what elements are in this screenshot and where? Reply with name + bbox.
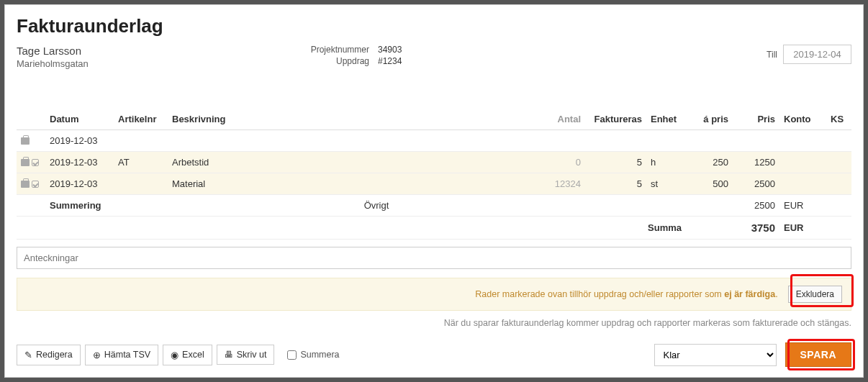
date-to-block: Till	[767, 45, 851, 64]
print-button[interactable]: Skriv ut	[217, 345, 275, 365]
download-tsv-button[interactable]: Hämta TSV	[85, 345, 158, 365]
ovrigt-currency: EUR	[779, 195, 826, 217]
col-datum: Datum	[45, 109, 114, 130]
col-faktureras: Faktureras	[585, 109, 646, 130]
date-to-input[interactable]	[783, 45, 851, 64]
warning-bar: Rader markerade ovan tillhör uppdrag och…	[17, 278, 851, 311]
header-row: Tage Larsson Marieholmsgatan Projektnumm…	[17, 45, 851, 69]
exclude-button[interactable]: Exkludera	[788, 286, 842, 303]
total-label: Summa	[648, 222, 682, 233]
col-artikelnr: Artikelnr	[114, 109, 168, 130]
print-icon	[225, 350, 233, 360]
excel-button[interactable]: Excel	[163, 345, 212, 365]
date-to-label: Till	[767, 50, 777, 60]
pencil-icon	[24, 350, 32, 360]
col-apris: á pris	[686, 109, 733, 130]
project-number-label: Projektnummer	[283, 45, 369, 55]
col-antal: Antal	[535, 109, 585, 130]
project-number-value: 34903	[378, 45, 402, 55]
customer-name: Tage Larsson	[17, 45, 851, 57]
excel-icon	[171, 350, 178, 360]
info-line: När du sparar fakturaunderlag kommer upp…	[17, 318, 851, 328]
briefcase-icon	[21, 181, 30, 188]
notes-input[interactable]	[17, 247, 851, 269]
warning-text: Rader markerade ovan tillhör uppdrag och…	[475, 289, 777, 299]
table-row[interactable]: 2019-12-03ATArbetstid05h2501250	[17, 152, 851, 173]
table-row[interactable]: 2019-12-03Material123245st5002500	[17, 173, 851, 195]
invoice-table: Datum Artikelnr Beskrivning Antal Faktur…	[17, 109, 851, 240]
project-block: Projektnummer 34903 Uppdrag #1234	[283, 45, 402, 68]
table-row[interactable]: 2019-12-03	[17, 130, 851, 152]
total-value: 3750	[751, 222, 775, 234]
summera-checkbox-wrap[interactable]: Summera	[284, 348, 339, 362]
mission-value: #1234	[378, 56, 402, 66]
download-icon	[93, 350, 101, 360]
mission-label: Uppdrag	[283, 56, 369, 66]
ovrigt-label: Övrigt	[168, 195, 585, 217]
summera-checkbox[interactable]	[287, 350, 297, 360]
edit-button[interactable]: Redigera	[17, 345, 81, 365]
invoice-panel: Fakturaunderlag Tage Larsson Marieholmsg…	[4, 4, 864, 378]
col-enhet: Enhet	[646, 109, 686, 130]
col-beskrivning: Beskrivning	[168, 109, 535, 130]
col-ks: KS	[826, 109, 851, 130]
col-pris: Pris	[733, 109, 779, 130]
status-select[interactable]: Klar	[654, 344, 777, 366]
save-button[interactable]: SPARA	[785, 342, 851, 367]
col-konto: Konto	[779, 109, 826, 130]
summary-label: Summering	[50, 200, 101, 211]
customer-address: Marieholmsgatan	[17, 58, 851, 69]
total-currency: EUR	[779, 217, 826, 240]
page-title: Fakturaunderlag	[17, 15, 851, 37]
footer-toolbar: Redigera Hämta TSV Excel Skriv ut Summer…	[17, 342, 851, 367]
briefcase-icon	[21, 137, 30, 145]
briefcase-icon	[21, 159, 30, 166]
check-icon	[32, 159, 39, 166]
ovrigt-value: 2500	[733, 195, 779, 217]
check-icon	[32, 181, 39, 188]
